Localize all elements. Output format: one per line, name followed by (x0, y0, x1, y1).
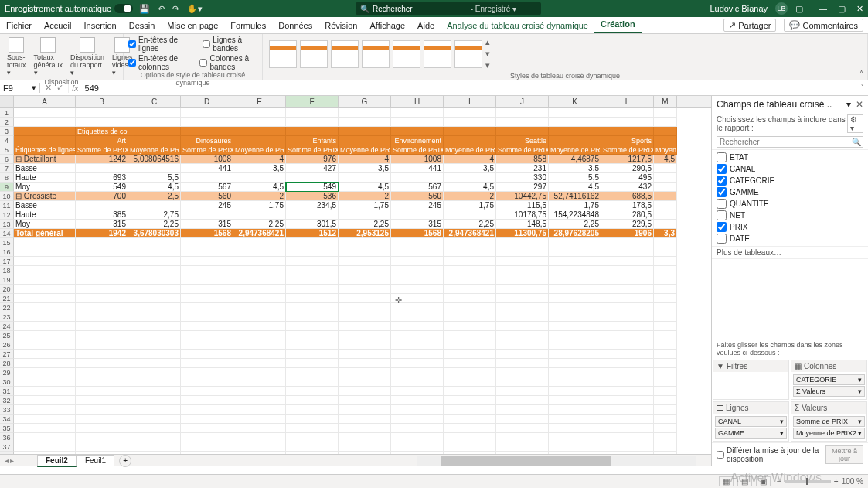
cell[interactable] (128, 442, 181, 452)
cell[interactable]: Somme de PRIX (391, 145, 444, 155)
cell[interactable] (549, 340, 601, 350)
cell[interactable] (654, 247, 677, 257)
cell[interactable] (286, 294, 339, 303)
cell[interactable] (233, 433, 286, 442)
cell[interactable] (601, 266, 654, 275)
cell[interactable] (549, 294, 601, 303)
cell[interactable]: Total général (14, 229, 76, 238)
cell[interactable] (286, 331, 339, 340)
toggle-switch[interactable] (114, 4, 133, 13)
cell[interactable] (549, 275, 601, 285)
cell[interactable] (286, 266, 339, 275)
row-header[interactable]: 14 (0, 229, 14, 238)
cell[interactable]: 1217,5 (601, 155, 654, 164)
cell[interactable]: 441 (391, 164, 444, 173)
row-header[interactable]: 20 (0, 285, 14, 294)
cell[interactable] (286, 127, 339, 136)
row-header[interactable]: 33 (0, 405, 14, 415)
cell[interactable] (496, 424, 549, 433)
cell[interactable] (391, 368, 444, 377)
cell[interactable] (601, 303, 654, 312)
cell[interactable] (233, 405, 286, 415)
cell[interactable] (391, 285, 444, 294)
cell[interactable] (14, 275, 76, 285)
cell[interactable] (233, 424, 286, 433)
cell[interactable]: 4,5 (549, 183, 601, 192)
cell[interactable] (391, 387, 444, 396)
user-avatar[interactable]: LB (775, 2, 788, 15)
cell[interactable] (128, 331, 181, 340)
cell[interactable] (128, 118, 181, 127)
cell[interactable] (233, 350, 286, 359)
cell[interactable]: 3,3 (654, 229, 677, 238)
cell[interactable] (496, 415, 549, 424)
zoom-in-icon[interactable]: + (834, 477, 839, 486)
cell[interactable]: 2,25 (549, 220, 601, 229)
cell[interactable] (549, 368, 601, 377)
cell[interactable]: 1512 (286, 229, 339, 238)
cell[interactable] (76, 424, 128, 433)
cell[interactable]: Moyenne de PRIX2 (128, 145, 181, 155)
cell[interactable]: 567 (391, 183, 444, 192)
cell[interactable] (496, 331, 549, 340)
cell[interactable] (654, 350, 677, 359)
field-date[interactable]: DATE (717, 233, 863, 244)
collapse-ribbon-icon[interactable]: ˄ (859, 70, 863, 78)
cell[interactable] (286, 340, 339, 350)
cell[interactable]: 1568 (391, 229, 444, 238)
row-header[interactable]: 3 (0, 127, 14, 136)
cell[interactable] (339, 257, 391, 266)
cell[interactable] (286, 173, 339, 183)
cell[interactable] (654, 266, 677, 275)
cell[interactable] (339, 340, 391, 350)
row-header[interactable]: 35 (0, 424, 14, 433)
cell[interactable] (549, 377, 601, 387)
cell[interactable] (181, 312, 233, 322)
cell[interactable]: Environnement (391, 136, 444, 145)
cell[interactable] (654, 210, 677, 220)
cell[interactable] (654, 387, 677, 396)
cell[interactable] (654, 257, 677, 266)
tab-dessin[interactable]: Dessin (123, 18, 162, 33)
row-header[interactable]: 10 (0, 192, 14, 201)
cell[interactable]: 1008 (391, 155, 444, 164)
cell[interactable] (444, 322, 496, 331)
banded-rows-checkbox[interactable]: Lignes à bandes (203, 36, 257, 53)
horizontal-scrollbar[interactable] (417, 456, 696, 466)
filters-zone[interactable]: ▼Filtres (713, 360, 789, 400)
column-header-H[interactable]: H (391, 96, 444, 107)
cell[interactable]: 3,5 (339, 164, 391, 173)
cell[interactable] (14, 247, 76, 257)
cell[interactable] (654, 396, 677, 405)
cell[interactable] (14, 303, 76, 312)
cell[interactable] (339, 331, 391, 340)
cell[interactable]: 2 (339, 192, 391, 201)
cell[interactable]: 315 (76, 220, 128, 229)
row-header[interactable]: 29 (0, 368, 14, 377)
cell[interactable] (496, 340, 549, 350)
zoom-level[interactable]: 100 % (842, 477, 863, 486)
gallery-down-icon[interactable]: ▾ (485, 49, 490, 59)
cell[interactable] (444, 275, 496, 285)
cell[interactable] (76, 442, 128, 452)
undo-icon[interactable]: ↶ (158, 4, 165, 14)
cell[interactable] (654, 118, 677, 127)
values-zone[interactable]: ΣValeurs Somme de PRIX▾Moyenne de PRIX2▾ (791, 401, 867, 442)
cell[interactable] (76, 303, 128, 312)
field-net[interactable]: NET (717, 210, 863, 221)
sheet-tab-feuil2[interactable]: Feuil2 (37, 455, 77, 467)
cell[interactable]: 700 (76, 192, 128, 201)
cell[interactable] (339, 266, 391, 275)
cell[interactable]: 4 (233, 155, 286, 164)
cell[interactable] (14, 118, 76, 127)
zone-chip[interactable]: Σ Valeurs▾ (793, 386, 865, 397)
row-header[interactable]: 23 (0, 312, 14, 322)
cell[interactable] (128, 368, 181, 377)
cell[interactable]: 154,2234848 (549, 210, 601, 220)
tab-accueil[interactable]: Accueil (38, 18, 77, 33)
cell[interactable] (601, 127, 654, 136)
cell[interactable]: 4,5 (233, 183, 286, 192)
cell[interactable] (76, 433, 128, 442)
cell[interactable]: Somme de PRIX (496, 145, 549, 155)
row-header[interactable]: 5 (0, 145, 14, 155)
